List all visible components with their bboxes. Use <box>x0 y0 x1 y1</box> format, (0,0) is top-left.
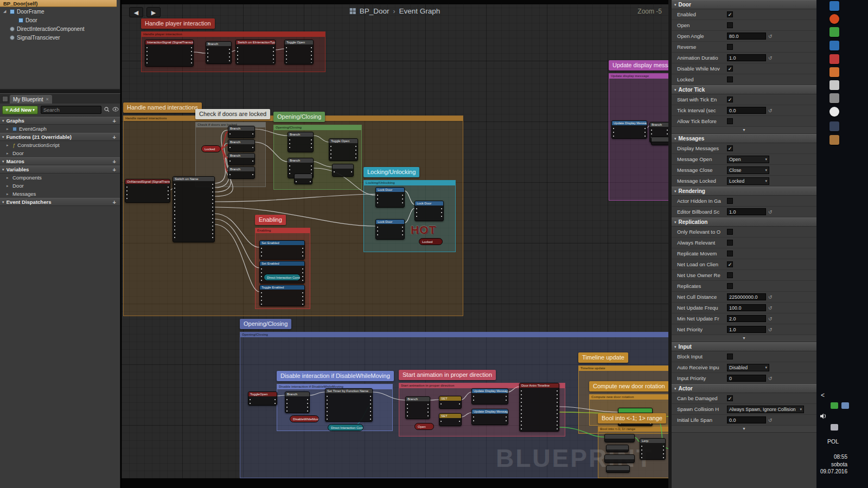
node-output-pins[interactable] <box>644 127 646 137</box>
graph-node[interactable]: Update Display Message <box>471 388 508 404</box>
checkbox[interactable] <box>727 272 733 278</box>
variable-pill-node[interactable]: DisableWhileMoving <box>290 415 319 422</box>
graph-node[interactable] <box>606 465 630 473</box>
node-input-pins[interactable] <box>237 46 239 63</box>
forward-button[interactable]: ▶ <box>146 7 161 17</box>
value-field[interactable]: 1.0 <box>727 326 766 333</box>
graph-node[interactable]: Branch <box>228 166 255 179</box>
node-input-pins[interactable] <box>229 132 231 137</box>
add-new-button[interactable]: + Add New ▾ <box>2 106 38 114</box>
reset-icon[interactable]: ↺ <box>768 55 773 61</box>
node-output-pins[interactable] <box>252 159 254 164</box>
variable-pill-node[interactable]: Direct Interaction Component <box>264 274 301 281</box>
desktop-icon[interactable] <box>829 41 839 50</box>
blueprint-item[interactable]: ▸Door <box>0 149 120 157</box>
node-input-pins[interactable] <box>207 48 209 62</box>
graph-node[interactable] <box>651 137 668 145</box>
dropdown[interactable]: Open▾ <box>727 156 769 163</box>
checkbox[interactable] <box>727 240 733 246</box>
node-output-pins[interactable] <box>401 194 404 206</box>
node-output-pins[interactable] <box>310 46 312 63</box>
node-output-pins[interactable] <box>441 207 443 220</box>
component-row[interactable]: DirectInteractionComponent <box>0 24 120 33</box>
graph-node[interactable]: Toggle Open <box>329 138 358 161</box>
expander-arrow-icon[interactable]: ▸ <box>7 127 10 131</box>
node-input-pins[interactable] <box>605 440 608 441</box>
node-output-pins[interactable] <box>401 226 404 238</box>
component-row[interactable]: SignalTransciever <box>0 33 120 42</box>
node-output-pins[interactable] <box>505 415 507 423</box>
reset-icon[interactable]: ↺ <box>768 418 773 423</box>
node-output-pins[interactable] <box>190 46 193 65</box>
node-output-pins[interactable] <box>302 291 304 305</box>
reset-icon[interactable]: ↺ <box>768 34 773 39</box>
desktop-icon[interactable] <box>829 107 839 117</box>
node-input-pins[interactable] <box>376 194 379 206</box>
graph-node[interactable]: ToggleOpen <box>248 391 277 406</box>
graph-node[interactable] <box>606 445 629 452</box>
blueprint-section-header[interactable]: ▾Functions (21 Overridable)+ <box>0 133 120 141</box>
graph-node[interactable]: Branch <box>228 126 255 138</box>
section-expander[interactable]: ▼ <box>672 335 816 342</box>
document-tab-bp-door[interactable]: BP_Door(self) <box>0 0 117 7</box>
tray-device-icon[interactable] <box>831 424 838 431</box>
node-input-pins[interactable] <box>330 145 332 159</box>
desktop-icon[interactable] <box>829 27 839 37</box>
keyboard-language-indicator[interactable]: POL <box>827 438 839 445</box>
details-section-header[interactable]: ▾Actor <box>672 384 816 393</box>
graph-node[interactable]: InteractionSignal (SignalTransciever) <box>145 40 194 67</box>
checkbox[interactable] <box>727 198 733 204</box>
variable-pill-node[interactable]: Direct Interaction Component <box>328 424 363 431</box>
blueprint-section-header[interactable]: ▾Event Dispatchers+ <box>0 198 120 206</box>
node-output-pins[interactable] <box>307 398 309 412</box>
blueprint-item[interactable]: ▸Components <box>0 174 120 182</box>
checkbox[interactable]: ✓ <box>727 66 733 72</box>
visibility-filter-icon[interactable] <box>112 107 119 113</box>
node-input-pins[interactable] <box>146 46 148 65</box>
close-icon[interactable]: × <box>46 97 49 102</box>
tab-my-blueprint[interactable]: My Blueprint × <box>10 95 52 104</box>
blueprint-item[interactable]: ▸ƒConstructionScript <box>0 141 120 149</box>
node-input-pins[interactable] <box>229 146 231 150</box>
desktop-icon[interactable] <box>829 135 839 145</box>
node-input-pins[interactable] <box>440 420 442 425</box>
dropdown[interactable]: Disabled▾ <box>727 364 769 371</box>
node-output-pins[interactable] <box>302 267 304 282</box>
node-output-pins[interactable] <box>355 145 357 159</box>
node-input-pins[interactable] <box>652 143 654 144</box>
node-output-pins[interactable] <box>309 180 311 183</box>
section-expander[interactable]: ▼ <box>672 426 816 433</box>
node-input-pins[interactable] <box>295 180 297 183</box>
breadcrumb-current[interactable]: Event Graph <box>399 7 440 15</box>
graph-node[interactable]: SET <box>439 413 462 426</box>
graph-node[interactable]: SET <box>439 396 462 409</box>
graph-node[interactable]: Branch <box>405 396 430 419</box>
graph-node[interactable]: Switch on EInteractionType <box>235 40 276 65</box>
reset-icon[interactable]: ↺ <box>768 294 773 300</box>
checkbox[interactable] <box>727 283 733 289</box>
graph-node[interactable]: Lock Door <box>375 219 405 240</box>
blueprint-section-header[interactable]: ▾Macros+ <box>0 157 120 165</box>
graph-node[interactable]: Set Enabled <box>259 240 305 260</box>
node-input-pins[interactable] <box>520 389 522 430</box>
dropdown[interactable]: Locked▾ <box>727 177 769 185</box>
checkbox[interactable] <box>727 354 733 359</box>
node-output-pins[interactable] <box>369 395 372 420</box>
checkbox[interactable] <box>727 118 733 124</box>
graph-node[interactable]: Branch <box>206 41 232 64</box>
blueprint-item[interactable]: ▸EventGraph <box>0 125 120 133</box>
node-input-pins[interactable] <box>376 226 379 238</box>
details-section-header[interactable]: ▾Rendering <box>672 187 816 196</box>
checkbox[interactable] <box>727 229 733 235</box>
value-field[interactable]: 1.0 <box>727 208 766 215</box>
graph-node[interactable]: Toggle Open <box>284 40 314 65</box>
graph-node[interactable] <box>294 174 312 184</box>
details-section-header[interactable]: ▾Messages <box>672 134 816 143</box>
node-input-pins[interactable] <box>406 403 409 418</box>
node-input-pins[interactable] <box>286 398 288 412</box>
node-output-pins[interactable] <box>350 170 353 175</box>
dropdown[interactable]: Close▾ <box>727 166 769 174</box>
node-output-pins[interactable] <box>252 146 254 150</box>
node-input-pins[interactable] <box>440 402 442 407</box>
value-field[interactable]: 80.0 <box>727 33 766 40</box>
